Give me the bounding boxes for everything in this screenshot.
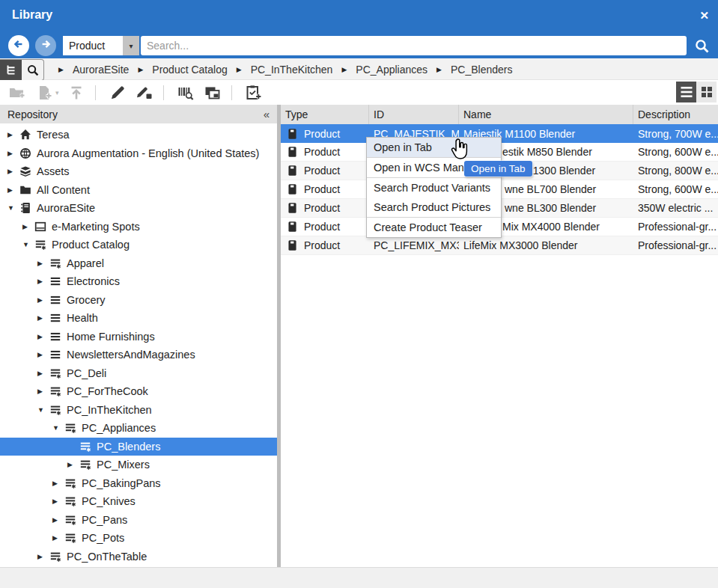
description-cell: Strong, 800W e...: [633, 165, 718, 177]
edit-attributes-icon[interactable]: [135, 84, 154, 102]
tree-item-pc-forthecook[interactable]: ▶PC_ForTheCook: [0, 382, 277, 401]
expand-arrow-icon[interactable]: ▶: [37, 296, 49, 304]
tree-item-health[interactable]: ▶Health: [0, 309, 277, 328]
tree-item-assets[interactable]: ▶Assets: [0, 162, 277, 181]
tree-view-button[interactable]: [0, 60, 22, 80]
menu-item-create-product-teaser[interactable]: Create Product Teaser: [367, 218, 501, 237]
new-item-caret-icon[interactable]: ▾: [55, 89, 59, 97]
search-input[interactable]: [141, 36, 687, 55]
expand-arrow-icon[interactable]: ▶: [52, 497, 64, 505]
expand-arrow-icon[interactable]: ▶: [52, 516, 64, 524]
tree-item-teresa[interactable]: ▶Teresa: [0, 126, 277, 144]
catalog-star-icon: [64, 532, 77, 544]
expand-arrow-icon[interactable]: ▶: [37, 370, 49, 377]
tree-item-aurora-augmentation-english-united-states[interactable]: ▶Aurora Augmentation - English (United S…: [0, 144, 277, 163]
collapse-arrow-icon[interactable]: ▼: [22, 241, 34, 248]
tree-item-all-content[interactable]: ▶All Content: [0, 181, 277, 200]
expand-arrow-icon[interactable]: ▶: [22, 223, 34, 230]
menu-item-search-product-pictures[interactable]: Search Product Pictures: [367, 197, 501, 217]
find-by-code-icon[interactable]: [176, 84, 195, 102]
expand-arrow-icon[interactable]: ▶: [67, 461, 79, 468]
move-up-icon[interactable]: [67, 84, 86, 102]
tree-item-label: PC_OnTheTable: [67, 551, 147, 563]
breadcrumb-search-button[interactable]: [22, 60, 43, 80]
breadcrumb-item-pc-appliances[interactable]: PC_Appliances: [356, 64, 428, 76]
expand-arrow-icon[interactable]: ▶: [37, 333, 49, 340]
tree-item-pc-bakingpans[interactable]: ▶PC_BakingPans: [0, 474, 277, 493]
expand-arrow-icon[interactable]: ▶: [37, 351, 49, 358]
close-icon[interactable]: ✕: [699, 9, 709, 22]
column-header-description[interactable]: Description: [633, 105, 718, 124]
tree-item-newslettersandmagazines[interactable]: ▶NewslettersAndMagazines: [0, 346, 277, 364]
tree-item-pc-mixers[interactable]: ▶PC_Mixers: [0, 456, 277, 474]
chevron-down-icon[interactable]: ▾: [123, 36, 139, 55]
breadcrumb-item-pc-blenders[interactable]: PC_Blenders: [451, 64, 513, 76]
expand-arrow-icon[interactable]: ▶: [37, 553, 49, 560]
expand-arrow-icon[interactable]: ▶: [7, 186, 19, 194]
type-label: Product: [304, 165, 340, 177]
expand-arrow-icon[interactable]: ▶: [52, 480, 64, 487]
table-row-lifemix-mx3000-blender[interactable]: ProductPC_LIFEMIX_MX3...LifeMix MX3000 B…: [281, 236, 718, 255]
tree-item-label: PC_ForTheCook: [67, 385, 148, 397]
new-folder-icon[interactable]: [7, 84, 27, 102]
description-cell: Strong, 600W e...: [633, 183, 718, 195]
breadcrumb-item-product-catalog[interactable]: Product Catalog: [152, 64, 227, 76]
collapse-panel-icon[interactable]: «: [264, 108, 277, 120]
new-task-icon[interactable]: [244, 84, 264, 102]
collapse-arrow-icon[interactable]: ▼: [7, 204, 19, 212]
collapse-arrow-icon[interactable]: ▼: [52, 424, 64, 432]
catalog-star-icon: [34, 239, 47, 251]
tree-item-electronics[interactable]: ▶Electronics: [0, 272, 277, 291]
tree-item-label: Apparel: [67, 257, 104, 269]
expand-arrow-icon[interactable]: ▶: [37, 260, 49, 267]
menu-item-open-in-tab[interactable]: Open in Tab: [367, 138, 501, 157]
type-label: Product: [304, 146, 340, 158]
tree-item-product-catalog[interactable]: ▼Product Catalog: [0, 236, 277, 254]
type-filter-dropdown[interactable]: Product ▾: [63, 36, 139, 55]
expand-arrow-icon[interactable]: ▶: [7, 131, 19, 138]
assets-icon: [19, 165, 32, 177]
tree-item-home-furnishings[interactable]: ▶Home Furnishings: [0, 328, 277, 346]
tree-item-pc-pots[interactable]: ▶PC_Pots: [0, 529, 277, 548]
tree-item-label: PC_Blenders: [97, 441, 160, 453]
column-header-type[interactable]: Type: [281, 105, 369, 124]
expand-arrow-icon[interactable]: ▶: [7, 150, 19, 157]
tree-item-label: Health: [67, 312, 98, 324]
expand-arrow-icon[interactable]: ▶: [37, 388, 49, 395]
tree-item-pc-blenders[interactable]: PC_Blenders: [0, 438, 277, 456]
type-label: Product: [304, 183, 340, 195]
tree-item-pc-deli[interactable]: ▶PC_Deli: [0, 364, 277, 383]
copy-to-clipboard-icon[interactable]: [203, 84, 222, 102]
back-button[interactable]: [8, 35, 29, 56]
expand-arrow-icon[interactable]: ▶: [37, 314, 49, 322]
tree-item-apparel[interactable]: ▶Apparel: [0, 254, 277, 273]
column-header-name[interactable]: Name: [459, 105, 633, 124]
home-icon: [19, 129, 32, 141]
column-header-id[interactable]: ID: [369, 105, 459, 124]
forward-button[interactable]: [35, 35, 56, 56]
expand-arrow-icon[interactable]: ▶: [7, 168, 19, 175]
tree-item-grocery[interactable]: ▶Grocery: [0, 291, 277, 310]
grid-view-button[interactable]: [696, 82, 717, 102]
tree-item-label: PC_Pans: [82, 514, 127, 526]
tree-item-pc-inthekitchen[interactable]: ▼PC_InTheKitchen: [0, 401, 277, 420]
new-item-icon[interactable]: [34, 84, 54, 102]
breadcrumb-item-pc-inthekitchen[interactable]: PC_InTheKitchen: [251, 64, 333, 76]
search-icon[interactable]: [693, 37, 711, 55]
tree-item-pc-appliances[interactable]: ▼PC_Appliances: [0, 419, 277, 438]
type-label: Product: [304, 239, 340, 251]
expand-arrow-icon[interactable]: ▶: [37, 278, 49, 285]
tree-item-pc-onthetable[interactable]: ▶PC_OnTheTable: [0, 548, 277, 566]
collapse-arrow-icon[interactable]: ▼: [37, 406, 49, 414]
tree-item-label: e-Marketing Spots: [52, 221, 140, 233]
edit-icon[interactable]: [108, 84, 127, 102]
tree-item-pc-pans[interactable]: ▶PC_Pans: [0, 511, 277, 530]
tree-item-auroraesite[interactable]: ▼AuroraESite: [0, 199, 277, 218]
menu-item-search-product-variants[interactable]: Search Product Variants: [367, 178, 501, 197]
breadcrumb-item-auroraesite[interactable]: AuroraESite: [73, 64, 129, 76]
expand-arrow-icon[interactable]: ▶: [52, 534, 64, 542]
list-view-button[interactable]: [676, 82, 696, 102]
catalog-star-icon: [79, 441, 92, 453]
tree-item-pc-knives[interactable]: ▶PC_Knives: [0, 492, 277, 511]
tree-item-e-marketing-spots[interactable]: ▶e-Marketing Spots: [0, 218, 277, 236]
